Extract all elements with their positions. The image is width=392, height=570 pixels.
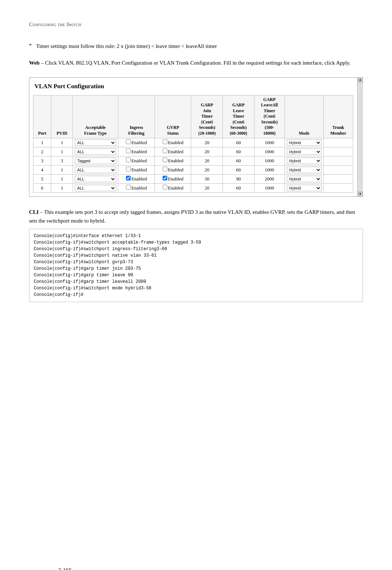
vlan-table-title: VLAN Port Configuration (33, 83, 353, 90)
cell-pvid: 3 (51, 156, 73, 165)
ingress-label: Enabled (131, 176, 147, 182)
cell-trunk-member (324, 165, 353, 174)
bullet-section: * Timer settings must follow this rule: … (29, 42, 363, 50)
cell-pvid: 1 (51, 147, 73, 156)
ingress-label: Enabled (131, 158, 147, 163)
scrollbar-track[interactable] (358, 82, 363, 192)
ingress-checkbox[interactable] (126, 176, 131, 180)
cell-join-timer: 30 (191, 174, 223, 183)
cli-section: CLI – This example sets port 3 to accept… (29, 208, 363, 302)
cell-mode[interactable]: HybridTrunkAccess (285, 138, 323, 147)
cell-ingress[interactable]: Enabled (118, 183, 155, 192)
cell-leave-timer: 90 (223, 174, 254, 183)
cell-gvrp[interactable]: Enabled (155, 138, 191, 147)
cell-ingress[interactable]: Enabled (118, 138, 155, 147)
cell-gvrp[interactable]: Enabled (155, 165, 191, 174)
gvrp-checkbox[interactable] (163, 176, 167, 180)
col-trunk: TrunkMember (324, 95, 353, 138)
cell-port: 4 (33, 165, 51, 174)
mode-select[interactable]: HybridTrunkAccess (287, 139, 322, 146)
gvrp-checkbox[interactable] (163, 148, 167, 153)
cell-frame-type[interactable]: ALLTaggedUntagged (73, 147, 118, 156)
scrollbar[interactable]: ▲ ▼ (357, 77, 363, 197)
col-join-timer: GARPJoinTimer(CentiSeconds)(20-1000) (191, 95, 223, 138)
scrollbar-down-button[interactable]: ▼ (358, 192, 363, 197)
col-port: Port (33, 95, 51, 138)
ingress-checkbox[interactable] (126, 148, 131, 153)
cell-frame-type[interactable]: ALLTaggedUntagged (73, 138, 118, 147)
web-label: Web (29, 60, 40, 66)
cli-intro: CLI – This example sets port 3 to accept… (29, 208, 363, 225)
mode-select[interactable]: HybridTrunkAccess (287, 176, 322, 182)
scrollbar-up-button[interactable]: ▲ (358, 77, 363, 82)
cell-gvrp[interactable]: Enabled (155, 156, 191, 165)
cell-mode[interactable]: HybridTrunkAccess (285, 156, 323, 165)
cell-mode[interactable]: HybridTrunkAccess (285, 165, 323, 174)
cell-trunk-member (324, 138, 353, 147)
ingress-label: Enabled (131, 149, 147, 154)
mode-select[interactable]: HybridTrunkAccess (287, 167, 322, 173)
cell-ingress[interactable]: Enabled (118, 174, 155, 183)
gvrp-label: Enabled (168, 149, 184, 154)
bullet-text: Timer settings must follow this rule: 2 … (36, 42, 217, 50)
cell-pvid: 1 (51, 174, 73, 183)
ingress-checkbox[interactable] (126, 158, 131, 162)
mode-select[interactable]: HybridTrunkAccess (287, 185, 322, 191)
cell-mode[interactable]: HybridTrunkAccess (285, 183, 323, 192)
cell-leave-timer: 60 (223, 165, 254, 174)
cell-frame-type[interactable]: ALLTaggedUntagged (73, 183, 118, 192)
cell-trunk-member (324, 174, 353, 183)
col-pvid: PVID (51, 95, 73, 138)
cell-ingress[interactable]: Enabled (118, 147, 155, 156)
cell-frame-type[interactable]: ALLTaggedUntagged (73, 174, 118, 183)
gvrp-label: Enabled (168, 176, 184, 182)
vlan-table-container: VLAN Port Configuration Port PVID Accept… (29, 77, 363, 197)
cell-leaveall-timer: 1000 (254, 156, 285, 165)
web-section: Web – Click VLAN, 802.1Q VLAN, Port Conf… (29, 58, 363, 67)
mode-select[interactable]: HybridTrunkAccess (287, 158, 322, 164)
gvrp-checkbox[interactable] (163, 167, 167, 171)
mode-select[interactable]: HybridTrunkAccess (287, 148, 322, 155)
ingress-checkbox[interactable] (126, 185, 131, 190)
cell-port: 5 (33, 174, 51, 183)
table-row: 51ALLTaggedUntaggedEnabledEnabled3090200… (33, 174, 353, 183)
page-number: 3-166 (58, 567, 72, 570)
code-block: Console(config)#interface ethernet 1/33-… (29, 229, 363, 302)
table-row: 61ALLTaggedUntaggedEnabledEnabled2060100… (33, 183, 353, 192)
header-text: Configuring the Switch (29, 22, 81, 27)
cell-mode[interactable]: HybridTrunkAccess (285, 147, 323, 156)
frame-type-select[interactable]: ALLTaggedUntagged (75, 167, 116, 173)
gvrp-checkbox[interactable] (163, 139, 167, 144)
col-gvrp: GVRPStatus (155, 95, 191, 138)
cell-ingress[interactable]: Enabled (118, 156, 155, 165)
ingress-checkbox[interactable] (126, 167, 131, 171)
col-mode: Mode (285, 95, 323, 138)
cell-frame-type[interactable]: ALLTaggedUntagged (73, 165, 118, 174)
cell-frame-type[interactable]: ALLTaggedUntagged (73, 156, 118, 165)
gvrp-label: Enabled (168, 140, 184, 145)
cell-gvrp[interactable]: Enabled (155, 147, 191, 156)
cell-mode[interactable]: HybridTrunkAccess (285, 174, 323, 183)
col-ingress: IngressFiltering (118, 95, 155, 138)
col-leave-timer: GARPLeaveTimer(CentiSeconds)(60-3000) (223, 95, 254, 138)
frame-type-select[interactable]: ALLTaggedUntagged (75, 158, 116, 164)
cell-join-timer: 20 (191, 138, 223, 147)
cell-ingress[interactable]: Enabled (118, 165, 155, 174)
ingress-checkbox[interactable] (126, 139, 131, 144)
cell-pvid: 1 (51, 183, 73, 192)
gvrp-label: Enabled (168, 185, 184, 191)
cell-trunk-member (324, 183, 353, 192)
frame-type-select[interactable]: ALLTaggedUntagged (75, 185, 116, 191)
frame-type-select[interactable]: ALLTaggedUntagged (75, 176, 116, 182)
cli-label: CLI (29, 209, 39, 215)
cell-port: 1 (33, 138, 51, 147)
gvrp-checkbox[interactable] (163, 185, 167, 190)
frame-type-select[interactable]: ALLTaggedUntagged (75, 139, 116, 146)
cell-leaveall-timer: 1000 (254, 147, 285, 156)
cell-gvrp[interactable]: Enabled (155, 183, 191, 192)
cell-leave-timer: 60 (223, 147, 254, 156)
gvrp-label: Enabled (168, 158, 184, 163)
gvrp-checkbox[interactable] (163, 158, 167, 162)
frame-type-select[interactable]: ALLTaggedUntagged (75, 148, 116, 155)
cell-gvrp[interactable]: Enabled (155, 174, 191, 183)
